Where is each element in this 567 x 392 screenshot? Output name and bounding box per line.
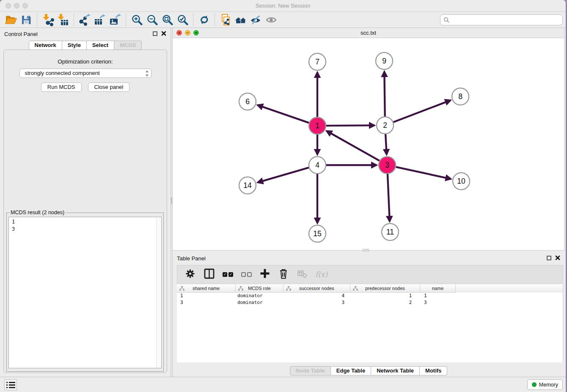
graph-node-1[interactable]: 1 <box>309 117 326 134</box>
float-panel-icon[interactable] <box>153 31 157 36</box>
table-cell[interactable]: dominator <box>236 293 284 299</box>
float-table-panel-icon[interactable] <box>547 256 551 260</box>
save-session-button[interactable] <box>19 13 34 27</box>
table-tab-node-table[interactable]: Node Table <box>290 366 331 375</box>
criterion-dropdown[interactable]: strongly connected component <box>19 69 151 78</box>
table-cell[interactable]: 1 <box>177 293 236 299</box>
mcds-result-list[interactable]: 13 <box>8 217 162 368</box>
close-table-panel-icon[interactable] <box>555 255 560 260</box>
table-cell[interactable]: dominator <box>236 299 284 306</box>
export-network-button[interactable] <box>77 13 92 27</box>
function-builder-button[interactable]: f(x) <box>315 270 328 279</box>
graph-edge-1-2[interactable] <box>326 125 374 126</box>
table-cell[interactable]: 3 <box>284 299 350 306</box>
graph-node-9[interactable]: 9 <box>376 52 393 69</box>
graph-node-14[interactable]: 14 <box>239 177 256 194</box>
search-input[interactable] <box>451 17 559 23</box>
graph-edge-2-3[interactable] <box>385 134 387 155</box>
apply-layout-button[interactable] <box>196 13 212 27</box>
memory-button[interactable]: Memory <box>527 379 563 390</box>
zoom-window-button[interactable] <box>22 3 28 8</box>
deselect-all-button[interactable] <box>241 272 252 277</box>
graph-edge-1-6[interactable] <box>258 105 309 123</box>
show-log-button[interactable] <box>4 379 17 390</box>
memory-status-icon <box>532 382 537 387</box>
graph-node-10[interactable]: 10 <box>453 173 470 190</box>
table-settings-button[interactable] <box>184 268 196 281</box>
table-row[interactable]: 3dominator323 <box>177 299 563 306</box>
network-window-title: scc.txt <box>173 28 564 38</box>
table-cell[interactable]: 1 <box>420 293 456 299</box>
network-zoom-button[interactable] <box>193 30 199 36</box>
column-header-mcds-role[interactable]: MCDS role <box>236 284 284 293</box>
export-table-button[interactable] <box>92 13 107 27</box>
zoom-in-button[interactable] <box>129 13 144 27</box>
close-window-button[interactable] <box>6 3 11 8</box>
run-mcds-button[interactable]: Run MCDS <box>41 83 82 92</box>
graph-node-6[interactable]: 6 <box>239 93 256 110</box>
close-panel-icon[interactable] <box>161 31 166 36</box>
delete-column-button[interactable] <box>278 268 289 281</box>
zoom-fit-button[interactable] <box>160 13 175 27</box>
dropdown-stepper-icon <box>145 70 149 80</box>
splitter-grip[interactable] <box>171 197 172 204</box>
column-header-name[interactable]: name <box>420 284 456 293</box>
export-image-button[interactable] <box>107 13 123 27</box>
column-header-predecessor-nodes[interactable]: predecessor nodes <box>350 284 420 293</box>
delete-table-button[interactable] <box>297 269 307 280</box>
export-image-icon <box>109 14 121 26</box>
table-tab-edge-table[interactable]: Edge Table <box>331 366 371 375</box>
network-close-button[interactable] <box>176 30 182 36</box>
graph-edge-3-10[interactable] <box>396 167 451 179</box>
zoom-selected-button[interactable] <box>175 13 190 27</box>
minimize-window-button[interactable] <box>14 3 19 8</box>
table-cell[interactable]: 1 <box>350 293 420 299</box>
column-header-shared-name[interactable]: shared name <box>177 284 236 293</box>
window-controls <box>6 3 28 8</box>
tab-network[interactable]: Network <box>29 41 62 50</box>
columns-icon <box>204 268 215 279</box>
graph-edge-4-14[interactable] <box>258 168 308 182</box>
import-table-button[interactable] <box>55 13 71 27</box>
first-neighbors-button[interactable] <box>233 13 248 27</box>
zoom-out-button[interactable] <box>144 13 160 27</box>
graph-node-4[interactable]: 4 <box>309 157 326 174</box>
table-cell[interactable]: 3 <box>177 299 236 306</box>
table-cell[interactable]: 2 <box>350 299 420 306</box>
graph-edge-2-8[interactable] <box>394 100 451 122</box>
column-header-successor-nodes[interactable]: successor nodes <box>284 284 350 293</box>
close-panel-button[interactable]: Close panel <box>88 83 130 92</box>
graph-edge-3-11[interactable] <box>388 174 390 221</box>
tab-mcds[interactable]: MCDS <box>114 41 142 50</box>
tab-select[interactable]: Select <box>87 41 114 50</box>
open-session-button[interactable] <box>3 13 19 27</box>
graph-edge-3-1[interactable] <box>327 131 379 161</box>
zoom-in-icon <box>131 14 143 26</box>
table-tab-motifs[interactable]: Motifs <box>420 366 447 375</box>
hide-selected-button[interactable] <box>248 13 264 27</box>
table-tabs: Node TableEdge TableNetwork TableMotifs <box>173 366 564 375</box>
import-network-button[interactable] <box>40 13 55 27</box>
graph-node-2[interactable]: 2 <box>377 117 394 134</box>
horizontal-splitter-grip[interactable] <box>363 249 369 251</box>
graph-edge-2-9[interactable] <box>384 72 385 116</box>
graph-node-11[interactable]: 11 <box>382 224 399 240</box>
graph-node-3[interactable]: 3 <box>379 157 396 174</box>
tab-style[interactable]: Style <box>62 41 87 50</box>
network-canvas[interactable]: 1234678910111415 <box>173 38 564 250</box>
graph-node-7[interactable]: 7 <box>309 53 326 70</box>
graph-node-15[interactable]: 15 <box>309 225 326 242</box>
table-row[interactable]: 1dominator411 <box>177 293 563 299</box>
table-cell[interactable]: 3 <box>420 299 456 306</box>
plus-icon <box>260 268 270 279</box>
select-all-button[interactable]: ✓ ✓ <box>223 272 233 277</box>
network-minimize-button[interactable] <box>185 30 190 36</box>
table-tab-network-table[interactable]: Network Table <box>371 366 420 375</box>
result-scrollbar[interactable] <box>156 218 161 367</box>
new-network-from-selection-button[interactable] <box>218 13 233 27</box>
add-column-button[interactable] <box>260 268 270 280</box>
show-columns-button[interactable] <box>204 268 215 281</box>
table-cell[interactable]: 4 <box>284 293 350 299</box>
graph-node-8[interactable]: 8 <box>452 88 469 105</box>
show-all-button[interactable] <box>264 13 279 27</box>
